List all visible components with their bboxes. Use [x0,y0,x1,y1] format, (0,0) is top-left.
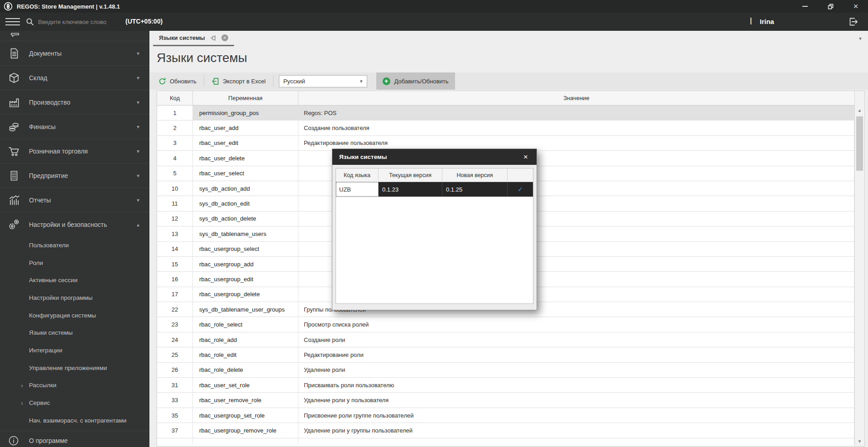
cell-code: 13 [157,226,193,241]
language-select[interactable]: Русский ▾ [279,75,367,87]
add-update-button[interactable]: + Добавить/Обновить [376,72,455,90]
table-row[interactable]: 24rbac_role_addСоздание роли [157,332,854,347]
sidebar-subitem[interactable]: Конфигурация системы [0,307,149,324]
table-row[interactable]: 25rbac_role_editРедактирование роли [157,347,854,362]
search-input[interactable] [38,16,124,27]
sidebar-subitem[interactable]: Языки системы [0,324,149,341]
table-row[interactable]: 26rbac_role_deleteУдаление роли [157,363,854,378]
plus-icon: + [383,77,390,85]
cell-value: Удаление роли у пользователя [298,393,854,407]
sidebar-item-doc[interactable]: Документы▾ [0,41,149,65]
sidebar-item-box[interactable]: Склад▾ [0,65,149,90]
tab-system-languages[interactable]: Языки системы × [153,31,234,46]
cell-current-version[interactable]: 0.1.23 [379,182,442,197]
top-menubar: (UTC+05:00) | Irina [0,13,868,31]
sidebar-subitem[interactable]: ›Рассылки [0,377,149,394]
box-icon [8,72,20,84]
minimize-button[interactable] [799,1,811,12]
refresh-button[interactable]: Обновить [157,77,198,85]
chevron-up-icon: ▴ [137,221,139,228]
vertical-scrollbar[interactable]: ▲ ▼ [854,91,864,446]
dialog-close-button[interactable]: × [521,152,531,162]
cell-code: 35 [157,408,193,423]
cell-lang-code[interactable]: UZB [336,182,379,197]
cell-variable: rbac_usergroup_select [193,242,298,256]
cell-value: Удаление роли у группы пользователей [298,423,854,437]
column-header-new-version[interactable]: Новая версия [442,168,508,182]
sidebar-item-label: Документы [29,50,62,57]
sidebar-subitem[interactable]: Нач. взаиморасч. с контрагентами [0,412,149,429]
export-excel-button[interactable]: Экспорт в Excel [210,77,268,85]
cell-new-version[interactable]: 0.1.25 [442,182,508,197]
chevron-down-icon: ▾ [137,99,139,106]
sidebar-item-chart[interactable]: Отчеты▾ [0,187,149,212]
column-header-lang-code[interactable]: Код языка [336,168,379,182]
sidebar-item-label: Финансы [29,123,56,130]
sidebar-subitem[interactable]: Управление приложениями [0,359,149,377]
column-header-current-version[interactable]: Текущая версия [379,168,442,182]
sidebar-subitem[interactable]: Роли [0,254,149,272]
table-row[interactable]: 37rbac_usergroup_remove_roleУдаление рол… [157,423,854,438]
sidebar-item-factory[interactable]: Производство▾ [0,90,149,114]
cell-variable: sys_db_tablename_user_groups [193,302,298,317]
cell-code [157,438,193,444]
cell-code: 33 [157,393,193,407]
column-header-value[interactable]: Значение [298,91,854,105]
sidebar-subitem[interactable]: Пользователи [0,236,149,254]
logout-icon[interactable] [848,16,858,27]
cell-check-icon[interactable]: ✓ [508,182,533,197]
hamburger-menu-icon[interactable] [5,18,20,25]
cell-code: 11 [157,196,193,211]
scrollbar-thumb[interactable] [856,116,863,171]
sidebar-item-about[interactable]: О программе [0,431,149,447]
tab-overflow-chevron-icon[interactable]: ▾ [859,35,862,42]
table-row[interactable]: 31rbac_user_set_roleПрисваивать роли пол… [157,378,854,393]
restore-button[interactable] [825,1,836,12]
cell-code: 3 [157,136,193,150]
grid-header: Код Переменная Значение [157,91,864,106]
cell-code: 17 [157,287,193,302]
sidebar-subitem[interactable]: Активные сессии [0,271,149,289]
column-header-variable[interactable]: Переменная [193,91,298,105]
cell-variable: rbac_usergroup_set_role [193,408,298,423]
sidebar-subitem-label: Сервис [29,399,50,406]
sidebar-subitem[interactable]: Настройки программы [0,289,149,307]
search-icon [26,18,34,26]
column-header-code[interactable]: Код [157,91,193,105]
pin-icon[interactable] [210,35,216,41]
sidebar-subitem-label: Настройки программы [29,294,92,301]
cell-value: Редактирование роли [298,347,854,362]
column-header-check[interactable] [508,168,533,182]
sidebar-subitem-label: Управление приложениями [29,365,107,371]
chart-icon [8,194,20,206]
sidebar-subitem-label: Пользователи [29,242,69,249]
cell-variable: rbac_usergroup_delete [193,287,298,302]
dialog-header[interactable]: Языки системы × [332,149,537,165]
table-row[interactable]: 2rbac_user_addСоздание пользователя [157,120,854,135]
sidebar-item-building[interactable]: Предприятие▾ [0,163,149,187]
sidebar-item-partial[interactable] [0,31,149,41]
table-row[interactable]: 35rbac_usergroup_set_roleПрисвоение роли… [157,408,854,423]
sidebar-item-coins[interactable]: Финансы▾ [0,114,149,139]
page-title: Языки системы [157,51,247,65]
cell-code: 5 [157,166,193,181]
table-row[interactable]: 33rbac_user_remove_roleУдаление роли у п… [157,393,854,408]
close-window-button[interactable]: × [850,1,862,12]
toolbar-separator [204,75,204,87]
dialog-table-row[interactable]: UZB0.1.230.1.25✓ [336,182,533,197]
sidebar-item-cart[interactable]: Розничная торговля▾ [0,139,149,163]
table-row[interactable]: 1permission_group_posRegos: POS [157,106,854,120]
window-title: REGOS: Store Management | v.1.48.1 [17,3,120,10]
sidebar-subitem[interactable]: ›Сервис [0,394,149,412]
scroll-down-icon[interactable]: ▼ [855,439,864,444]
tab-close-icon[interactable]: × [221,34,228,41]
cart-icon [8,145,20,157]
cell-variable: rbac_user_set_role [193,378,298,392]
table-row[interactable]: 23rbac_role_selectПросмотр списка ролей [157,317,854,332]
scroll-up-icon[interactable]: ▲ [855,108,864,113]
sidebar-subitem[interactable]: Интеграции [0,341,149,359]
sidebar: Документы▾Склад▾Производство▾Финансы▾Роз… [0,31,149,447]
sidebar-item-gears[interactable]: Настройки и безопасность▴ [0,212,149,236]
export-excel-icon [211,77,219,85]
cell-code: 2 [157,120,193,135]
